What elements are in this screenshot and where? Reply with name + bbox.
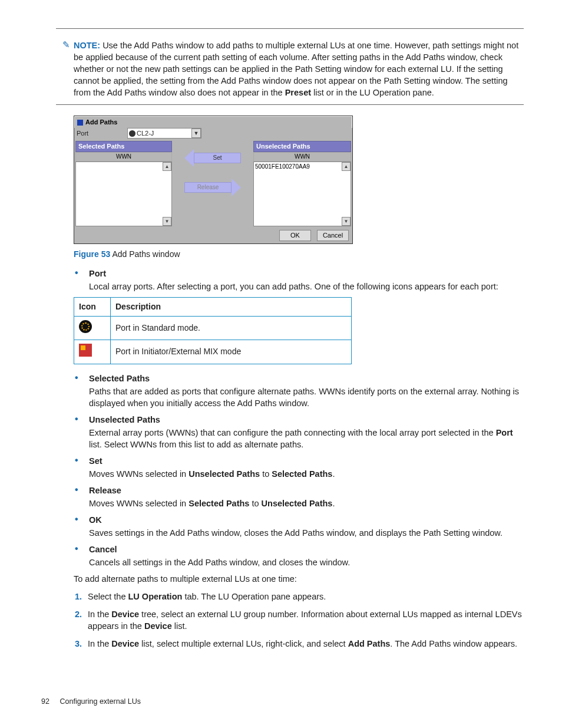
lead-paragraph: To add alternate paths to multiple exter… [74, 573, 524, 585]
desc-port: Local array ports. After selecting a por… [89, 282, 498, 291]
set-button-label: Set [213, 154, 222, 162]
step-3: In the Device list, select multiple exte… [75, 638, 524, 650]
set-button[interactable]: Set [184, 149, 241, 167]
term-port: Port [89, 268, 524, 279]
port-select-value: CL2-J [137, 129, 154, 138]
desc-rel-1: Moves WWNs selected in [89, 499, 189, 508]
list-item-selected: Selected Paths Paths that are added as p… [75, 373, 524, 409]
ok-button[interactable]: OK [279, 230, 311, 241]
list-item-port: Port Local array ports. After selecting … [75, 268, 524, 292]
desc-set-1: Moves WWNs selected in [89, 469, 189, 479]
note-text-2: list or in the LU Operation pane. [311, 88, 434, 97]
table-row: Port in Standard mode. [74, 316, 352, 340]
top-rule [56, 28, 524, 29]
term-set: Set [89, 455, 524, 467]
list-item-unselected: Unselected Paths External array ports (W… [75, 414, 524, 450]
cancel-button[interactable]: Cancel [317, 230, 349, 241]
term-release: Release [89, 485, 524, 496]
desc-ok: Saves settings in the Add Paths window, … [89, 528, 503, 538]
add-paths-window: Add Paths Port CL2-J ▼ Selected Paths WW… [74, 116, 353, 244]
note-icon: ✎ [62, 40, 70, 50]
selected-paths-list[interactable]: ▲ ▼ [75, 162, 172, 226]
list-item-release: Release Moves WWNs selected in Selected … [75, 485, 524, 509]
desc-mix: Port in Initiator/External MIX mode [111, 340, 352, 364]
window-title-icon [77, 120, 83, 126]
th-icon: Icon [74, 297, 111, 316]
s3e: . The Add Paths window appears. [390, 639, 517, 648]
figure-title: Add Paths window [112, 249, 180, 259]
list-item-ok: OK Saves settings in the Add Paths windo… [75, 514, 524, 539]
page-number: 92 [41, 697, 58, 707]
window-titlebar: Add Paths [74, 116, 352, 128]
icon-table: Icon Description Port in Standard mode. … [74, 297, 352, 364]
desc-set-3: . [332, 469, 335, 479]
desc-cancel: Cancels all settings in the Add Paths wi… [89, 558, 350, 567]
port-standard-icon [79, 320, 92, 333]
s2a: In the [88, 610, 111, 619]
selected-paths-header: Selected Paths [75, 141, 172, 152]
note-label: NOTE: [74, 41, 100, 50]
s2b: Device [111, 610, 139, 619]
port-mix-icon [79, 344, 92, 357]
list-item[interactable]: 50001FE100270AA9 [254, 163, 350, 171]
port-select[interactable]: CL2-J ▼ [127, 128, 201, 139]
desc-selected: Paths that are added as ports that confi… [89, 387, 519, 408]
s3b: Device [111, 639, 139, 648]
desc-rel-unp: Unselected Paths [262, 499, 333, 508]
desc-rel-3: . [332, 499, 335, 508]
s3a: In the [88, 639, 111, 648]
s3c: list, select multiple external LUs, righ… [139, 639, 348, 648]
desc-set-unp: Unselected Paths [189, 469, 260, 479]
desc-rel-selp: Selected Paths [189, 499, 249, 508]
s3d: Add Paths [348, 639, 391, 648]
s1c: tab. The LU Operation pane appears. [182, 592, 326, 601]
scroll-up-icon[interactable]: ▲ [163, 162, 171, 171]
scroll-up-icon[interactable]: ▲ [342, 162, 351, 171]
desc-set-selp: Selected Paths [272, 469, 332, 479]
figure-image: Add Paths Port CL2-J ▼ Selected Paths WW… [74, 116, 524, 244]
unselected-paths-list[interactable]: 50001FE100270AA9 ▲ ▼ [253, 162, 351, 226]
port-standard-icon [129, 130, 135, 137]
page-footer: 92 Configuring external LUs [41, 697, 141, 707]
th-description: Description [111, 297, 352, 316]
note-block: ✎ NOTE: Use the Add Paths window to add … [56, 39, 524, 98]
desc-unselected-port: Port [496, 428, 513, 437]
release-button[interactable]: Release [184, 179, 241, 196]
chevron-down-icon[interactable]: ▼ [191, 129, 201, 138]
s2e: list. [172, 621, 187, 631]
list-item-cancel: Cancel Cancels all settings in the Add P… [75, 543, 524, 568]
unselected-paths-header: Unselected Paths [253, 141, 351, 152]
term-ok: OK [89, 514, 524, 526]
scroll-down-icon[interactable]: ▼ [163, 217, 171, 226]
note-preset: Preset [285, 88, 311, 97]
term-unselected: Unselected Paths [89, 414, 524, 426]
note-bottom-rule [56, 104, 524, 105]
s1a: Select the [88, 592, 128, 601]
window-title: Add Paths [85, 118, 117, 127]
desc-rel-2: to [249, 499, 261, 508]
figure-caption: Figure 53 Add Paths window [74, 249, 524, 260]
s2d: Device [144, 621, 172, 631]
step-2: In the Device tree, select an external L… [75, 608, 524, 632]
s1b: LU Operation [128, 592, 183, 601]
term-cancel: Cancel [89, 543, 524, 555]
desc-set-2: to [260, 469, 272, 479]
desc-standard: Port in Standard mode. [111, 316, 352, 340]
term-selected: Selected Paths [89, 373, 524, 384]
port-label: Port [75, 129, 124, 138]
figure-number: Figure 53 [74, 249, 110, 259]
list-item-set: Set Moves WWNs selected in Unselected Pa… [75, 455, 524, 480]
step-1: Select the LU Operation tab. The LU Oper… [75, 591, 524, 602]
table-row: Port in Initiator/External MIX mode [74, 340, 352, 364]
release-button-label: Release [197, 183, 219, 192]
unselected-wwn-col: WWN [253, 152, 351, 162]
selected-wwn-col: WWN [75, 152, 172, 162]
scroll-down-icon[interactable]: ▼ [342, 217, 351, 226]
footer-title: Configuring external LUs [59, 697, 141, 706]
desc-unselected-1: External array ports (WWNs) that can con… [89, 428, 496, 437]
desc-unselected-2: list. Select WWNs from this list to add … [89, 440, 303, 449]
